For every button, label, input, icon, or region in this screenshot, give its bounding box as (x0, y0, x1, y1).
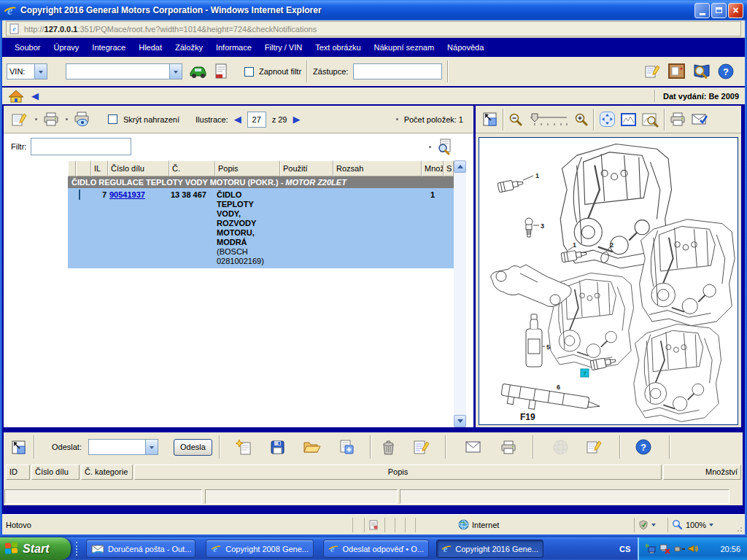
zoom-pane[interactable]: 100% (667, 518, 735, 532)
menu-napoveda[interactable]: Nápověda (441, 43, 490, 52)
menu-upravy[interactable]: Úpravy (47, 43, 85, 52)
send-button[interactable]: Odesla (174, 439, 212, 456)
scroll-trough[interactable] (205, 489, 398, 504)
mail-icon[interactable] (465, 440, 482, 454)
resize-icon[interactable] (10, 439, 27, 456)
task-ie-reply[interactable]: e Odeslat odpověď • O... (323, 540, 429, 558)
col-id[interactable]: ID (6, 464, 30, 480)
help-list-icon[interactable]: ? (635, 438, 652, 456)
col-quantity[interactable]: Množství (663, 464, 741, 480)
document-icon[interactable] (213, 63, 229, 80)
menu-filtry-vin[interactable]: Filtry / VIN (258, 43, 309, 52)
maximize-button[interactable] (711, 3, 727, 18)
zoom-out-icon[interactable] (508, 112, 523, 127)
resize-grip[interactable] (735, 515, 745, 534)
notes-icon[interactable] (644, 63, 662, 80)
language-indicator[interactable]: CS (615, 537, 635, 560)
scroll-trough[interactable] (4, 489, 202, 504)
vin-select-arrow[interactable] (34, 64, 47, 79)
menu-soubor[interactable]: Soubor (8, 43, 47, 52)
connection-icon[interactable] (673, 544, 686, 553)
home-icon[interactable] (8, 89, 24, 104)
print-preview-icon[interactable] (74, 111, 92, 128)
table-row[interactable]: 7 90541937 13 38 467 ČIDLO TEPLOTY VODY,… (68, 188, 454, 268)
send-select[interactable] (88, 439, 158, 455)
validate-icon[interactable] (691, 112, 709, 127)
send-select-arrow[interactable] (145, 440, 158, 454)
enable-filter-checkbox[interactable] (244, 67, 254, 77)
catalog-search-icon[interactable] (692, 62, 712, 81)
hide-replacements-checkbox[interactable] (108, 114, 117, 124)
vin-select[interactable]: VIN: (7, 63, 47, 79)
minimize-button[interactable] (694, 3, 710, 18)
task-outlook[interactable]: Doručená pošta - Out... (86, 540, 196, 558)
new-item-icon[interactable] (236, 439, 252, 456)
print-image-icon[interactable] (670, 111, 686, 128)
vehicle-select-arrow[interactable] (169, 64, 182, 79)
illustration-next-icon[interactable]: ▶ (293, 114, 300, 124)
col-part-number[interactable]: Číslo dílu (31, 464, 80, 480)
print-icon[interactable] (43, 111, 60, 128)
col-description[interactable]: Popis (215, 160, 280, 176)
shortcut-input[interactable] (353, 63, 442, 79)
separator (370, 435, 371, 459)
zoom-slider[interactable] (527, 112, 570, 128)
search-icon[interactable] (436, 137, 454, 156)
close-button[interactable]: × (728, 3, 743, 18)
board-icon[interactable] (667, 63, 686, 80)
filter-input[interactable] (31, 138, 131, 155)
start-button[interactable]: Start (0, 537, 71, 560)
row-checkbox[interactable] (79, 190, 80, 200)
illustration-viewport[interactable]: 1 3 1 2 (479, 137, 738, 425)
col-description[interactable]: Popis (134, 464, 662, 480)
menu-nakupni-seznam[interactable]: Nákupní seznam (368, 43, 441, 52)
task-ie-2016-active[interactable]: e Copyright 2016 Gene... (436, 540, 543, 558)
edit-icon[interactable] (11, 111, 29, 128)
menu-informace[interactable]: Informace (209, 43, 258, 52)
volume-icon[interactable] (688, 544, 699, 553)
scroll-up-icon[interactable] (454, 160, 466, 173)
delete-icon[interactable] (381, 439, 396, 456)
illustration-number-input[interactable] (247, 112, 266, 128)
add-item-icon[interactable] (338, 439, 355, 456)
edit-item-icon[interactable] (413, 438, 431, 456)
col-usage[interactable]: Použití (280, 160, 333, 176)
open-icon[interactable] (303, 440, 321, 455)
back-icon[interactable]: ◀ (31, 91, 39, 101)
zoom-in-icon[interactable] (574, 112, 589, 127)
address-input[interactable]: e http://127.0.0.1:351/PQMace/root.fve?w… (6, 21, 741, 36)
col-catalog[interactable]: Č. (169, 160, 215, 176)
resize-icon[interactable] (481, 111, 498, 128)
print-list-icon[interactable] (500, 439, 517, 456)
vertical-scrollbar[interactable] (454, 160, 466, 427)
col-range[interactable]: Rozsah (333, 160, 422, 176)
scroll-down-icon[interactable] (454, 415, 466, 427)
menu-integrace[interactable]: Integrace (85, 43, 132, 52)
network-offline-icon[interactable] (659, 543, 671, 554)
quick-launch-handle[interactable] (76, 542, 80, 556)
menu-zalozky[interactable]: Záložky (169, 43, 209, 52)
part-number-link[interactable]: 90541937 (109, 190, 145, 199)
illustration-prev-icon[interactable]: ◀ (234, 114, 241, 124)
col-il[interactable]: IL (91, 160, 108, 176)
wireless-network-icon[interactable] (644, 543, 657, 554)
vehicle-select[interactable] (66, 63, 182, 79)
highlighted-callout-7[interactable]: 7 (581, 369, 589, 377)
pan-icon[interactable] (599, 111, 616, 128)
fit-image-icon[interactable] (620, 112, 637, 128)
illustration-panel: 1 3 1 2 (476, 106, 741, 427)
zoom-region-icon[interactable] (641, 112, 659, 128)
scroll-trough[interactable] (400, 489, 729, 504)
menu-hledat[interactable]: Hledat (132, 43, 169, 52)
menu-text-obrazku[interactable]: Text obrázku (309, 43, 367, 52)
vehicle-icon[interactable] (187, 63, 208, 80)
notes-list-icon[interactable] (586, 438, 604, 456)
col-part-number[interactable]: Číslo dílu (108, 160, 169, 176)
task-ie-2008[interactable]: e Copyright 2008 Gene... (206, 540, 314, 558)
help-icon[interactable]: ? (717, 63, 735, 80)
save-icon[interactable] (269, 439, 286, 456)
col-s[interactable]: S (444, 160, 454, 176)
security-pane[interactable] (634, 518, 667, 532)
col-category[interactable]: Č. kategorie (81, 464, 133, 480)
col-qty[interactable]: Množ (422, 160, 444, 176)
